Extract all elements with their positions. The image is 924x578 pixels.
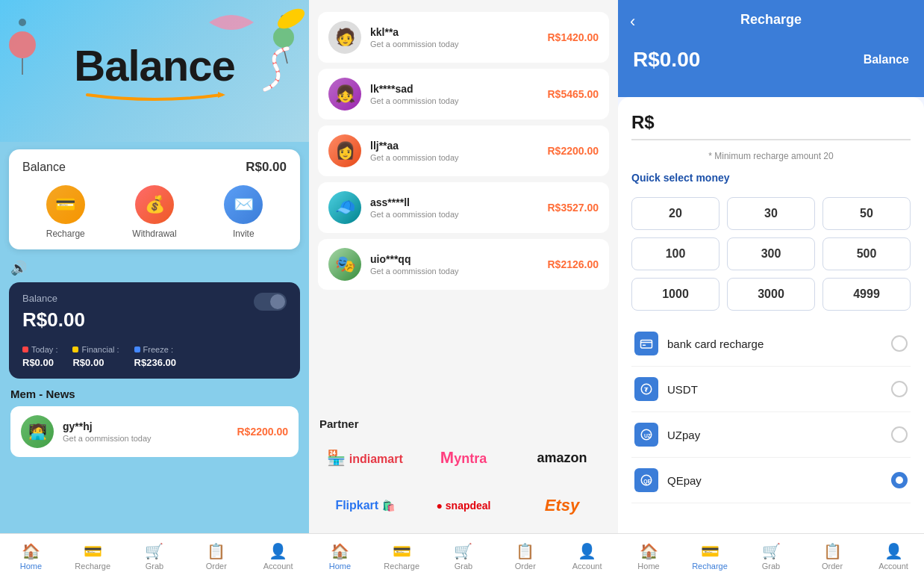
bank-card-icon [634, 332, 658, 355]
partner-amazon: amazon [516, 439, 608, 476]
svg-point-0 [9, 31, 36, 58]
speaker-icon: 🔊 [10, 261, 27, 276]
payment-bank-card[interactable]: bank card recharge [631, 321, 911, 367]
list-item: 🧢 ass****ll Get a oommission today R$352… [318, 182, 609, 233]
nav-account-middle[interactable]: 👤 Account [556, 534, 618, 578]
nav-recharge-middle[interactable]: 💳 Recharge [371, 534, 433, 578]
dark-balance-card: Balance R$0.00 Today : R$0.00 Financial … [9, 282, 300, 379]
dark-balance-amount: R$0.00 [22, 308, 287, 332]
usdt-radio[interactable] [891, 381, 908, 397]
news-name: gy**hj [63, 420, 228, 432]
nav-grab-middle[interactable]: 🛒 Grab [433, 534, 495, 578]
quick-amount-300[interactable]: 300 [727, 237, 815, 270]
recharge-header: ‹ Recharge R$0.00 Balance [618, 0, 924, 97]
quick-amount-500[interactable]: 500 [822, 237, 911, 270]
mem-news-section: Mem - News 🧑‍💻 gy**hj Get a oommission t… [0, 382, 309, 460]
invite-icon: ✉️ [224, 185, 263, 224]
currency-input-row: R$ [631, 112, 911, 140]
svg-rect-9 [643, 345, 646, 347]
amazon-logo: Balance [74, 40, 234, 102]
svg-text:₮: ₮ [644, 387, 649, 394]
svg-text:QE: QE [643, 479, 651, 485]
user-avatar: 🧑 [328, 21, 361, 54]
stat-today: Today : R$0.00 [22, 342, 57, 368]
panel-right: ‹ Recharge R$0.00 Balance R$ * Minimum r… [618, 0, 924, 578]
payment-usdt[interactable]: ₮ USDT [631, 367, 911, 412]
quick-select-title: Quick select money [631, 172, 911, 184]
svg-line-5 [284, 48, 287, 63]
nav-recharge-right[interactable]: 💳 Recharge [679, 534, 740, 578]
quick-amount-4999[interactable]: 4999 [822, 278, 911, 311]
partner-myntra: Myntra [418, 439, 509, 476]
payment-qepay[interactable]: QE QEpay [631, 458, 911, 503]
nav-account-left[interactable]: 👤 Account [247, 534, 309, 578]
nav-order-right[interactable]: 📋 Order [802, 534, 863, 578]
uzpay-icon: UZ [634, 423, 658, 447]
news-amount: R$2200.00 [237, 426, 288, 438]
partner-snapdeal: ● snapdeal [418, 487, 509, 524]
commission-list: 🧑 kkl**a Get a oommission today R$1420.0… [309, 6, 618, 408]
currency-symbol: R$ [631, 112, 655, 133]
stat-financial: Financial : R$0.00 [72, 342, 119, 368]
payment-uzpay[interactable]: UZ UZpay [631, 412, 911, 458]
nav-home-left[interactable]: 🏠 Home [0, 534, 62, 578]
svg-point-4 [281, 15, 287, 21]
list-item: 🎭 uio***qq Get a oommission today R$2126… [318, 239, 609, 290]
list-item: 🧑 kkl**a Get a oommission today R$1420.0… [318, 12, 609, 63]
recharge-icon: 💳 [46, 185, 85, 224]
user-avatar: 👩 [328, 134, 361, 167]
balance-card: Balance R$0.00 💳 Recharge 💰 Withdrawal ✉… [9, 149, 300, 249]
recharge-button[interactable]: 💳 Recharge [46, 185, 85, 239]
bottom-nav-right: 🏠 Home 💳 Recharge 🛒 Grab 📋 Order 👤 Accou… [618, 533, 924, 578]
withdrawal-icon: 💰 [135, 185, 174, 224]
nav-account-right[interactable]: 👤 Account [863, 534, 924, 578]
payment-methods: bank card recharge ₮ USDT UZ UZpay QE [631, 321, 911, 503]
list-item: 👧 lk****sad Get a oommission today R$546… [318, 69, 609, 119]
nav-order-left[interactable]: 📋 Order [185, 534, 247, 578]
quick-amount-100[interactable]: 100 [631, 237, 719, 270]
partner-etsy: Etsy [516, 487, 608, 524]
stat-freeze: Freeze : R$236.00 [134, 342, 176, 368]
invite-button[interactable]: ✉️ Invite [224, 185, 263, 239]
quick-amount-20[interactable]: 20 [631, 197, 719, 230]
partners-section: Partner 🏪 indiamart Myntra amazon [309, 408, 618, 533]
nav-recharge-left[interactable]: 💳 Recharge [62, 534, 124, 578]
quick-amount-30[interactable]: 30 [727, 197, 815, 230]
quick-select-grid: 20 30 50 100 300 500 1000 3000 4999 [631, 197, 911, 311]
amount-input[interactable] [661, 112, 911, 133]
nav-home-middle[interactable]: 🏠 Home [309, 534, 371, 578]
speaker-row: 🔊 [0, 257, 309, 279]
list-item: 👩 llj**aa Get a oommission today R$2200.… [318, 125, 609, 176]
nav-grab-right[interactable]: 🛒 Grab [740, 534, 802, 578]
user-avatar: 🎭 [328, 248, 361, 281]
uzpay-radio[interactable] [891, 426, 908, 443]
nav-grab-left[interactable]: 🛒 Grab [124, 534, 186, 578]
dark-toggle[interactable] [254, 293, 287, 311]
svg-point-6 [275, 4, 308, 32]
amazon-header: Balance [0, 0, 309, 142]
bank-card-label: bank card recharge [667, 338, 891, 350]
balance-badge: Balance [864, 53, 909, 66]
svg-text:UZ: UZ [644, 433, 651, 438]
user-avatar: 🧢 [328, 191, 361, 224]
withdrawal-button[interactable]: 💰 Withdrawal [132, 185, 176, 239]
partner-flipkart: Flipkart 🛍️ [319, 487, 411, 524]
balance-label: Balance [22, 161, 66, 174]
qepay-radio[interactable] [891, 472, 908, 488]
partners-title: Partner [319, 417, 608, 430]
back-button[interactable]: ‹ [630, 12, 635, 31]
nav-home-right[interactable]: 🏠 Home [618, 534, 679, 578]
bank-card-radio[interactable] [891, 335, 908, 352]
nav-order-middle[interactable]: 📋 Order [494, 534, 556, 578]
quick-amount-3000[interactable]: 3000 [727, 278, 815, 311]
quick-amount-50[interactable]: 50 [822, 197, 911, 230]
svg-point-3 [273, 27, 294, 48]
news-sub: Get a oommission today [63, 434, 228, 443]
quick-amount-1000[interactable]: 1000 [631, 278, 719, 311]
withdrawal-label: Withdrawal [132, 229, 176, 239]
svg-marker-7 [218, 92, 225, 98]
recharge-balance-amount: R$0.00 [633, 48, 700, 72]
recharge-page-title: Recharge [740, 12, 802, 28]
news-item: 🧑‍💻 gy**hj Get a oommission today R$2200… [10, 406, 299, 457]
recharge-body: R$ * Minimum recharge amount 20 Quick se… [618, 97, 924, 533]
